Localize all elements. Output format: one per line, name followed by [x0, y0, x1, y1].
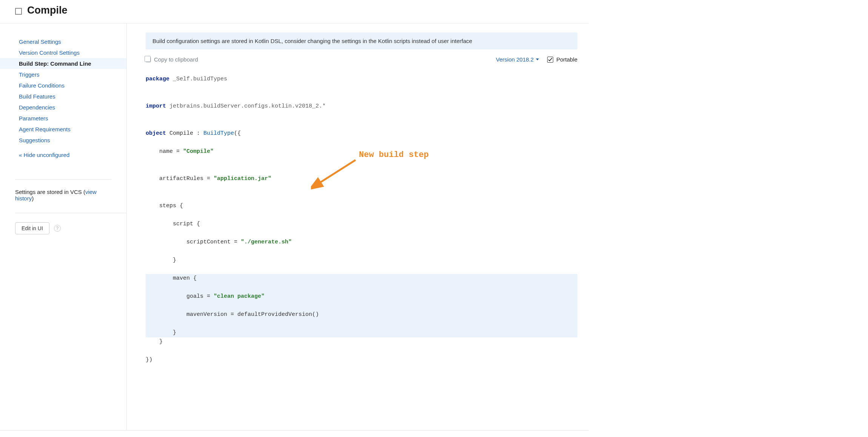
code-build-type: BuildType	[203, 130, 234, 137]
code-artifact-prefix: artifactRules =	[146, 175, 214, 182]
copy-icon	[146, 57, 151, 62]
code-artifact-value: "application.jar"	[214, 175, 271, 182]
code-toolbar: Copy to clipboard Version 2018.2 Portabl…	[146, 56, 577, 63]
vcs-note-text-prefix: Settings are stored in VCS (	[15, 189, 85, 195]
code-maven-goals-prefix: goals =	[146, 293, 214, 300]
code-kw-object: object	[146, 130, 166, 137]
hide-unconfigured-link[interactable]: « Hide unconfigured	[0, 149, 126, 160]
settings-nav: General Settings Version Control Setting…	[0, 36, 126, 160]
code-steps-open: steps {	[146, 202, 577, 211]
code-name-prefix: name =	[146, 148, 183, 155]
sidebar-item-agent-requirements[interactable]: Agent Requirements	[0, 124, 126, 135]
portable-toggle[interactable]: Portable	[547, 56, 577, 63]
page-footer: ? Help Feedback TeamCity Professional 20…	[0, 431, 589, 437]
vcs-storage-note: Settings are stored in VCS (view history…	[15, 179, 111, 202]
code-steps-close: }	[146, 337, 577, 346]
help-icon[interactable]: ?	[54, 225, 61, 232]
chevron-down-icon	[536, 58, 539, 60]
code-script-close: }	[146, 256, 577, 265]
new-build-step-highlight: maven { goals = "clean package" mavenVer…	[146, 274, 577, 337]
code-script-content-prefix: scriptContent =	[146, 239, 241, 245]
sidebar-item-suggestions[interactable]: Suggestions	[0, 135, 126, 146]
build-config-icon	[15, 8, 22, 15]
edit-in-ui-button[interactable]: Edit in UI	[15, 222, 49, 234]
code-object-name: Compile :	[166, 130, 203, 137]
sidebar-item-dependencies[interactable]: Dependencies	[0, 102, 126, 113]
page-header: Compile	[0, 0, 589, 23]
code-script-open: script {	[146, 220, 577, 229]
page-title: Compile	[27, 5, 68, 16]
copy-label: Copy to clipboard	[154, 56, 198, 63]
code-maven-close: }	[146, 328, 577, 337]
dsl-banner: Build configuration settings are stored …	[146, 32, 577, 49]
code-kw-import: import	[146, 103, 166, 109]
code-open: ({	[234, 130, 241, 137]
code-name-value: "Compile"	[183, 148, 214, 155]
dsl-version-dropdown[interactable]: Version 2018.2	[496, 56, 539, 63]
code-package-name: _Self.buildTypes	[169, 76, 227, 82]
sidebar-item-triggers[interactable]: Triggers	[0, 69, 126, 80]
main-content: Build configuration settings are stored …	[127, 23, 589, 430]
sidebar-item-failure-conditions[interactable]: Failure Conditions	[0, 80, 126, 91]
sidebar-item-general-settings[interactable]: General Settings	[0, 36, 126, 47]
code-maven-goals-value: "clean package"	[214, 293, 265, 300]
sidebar-item-build-step[interactable]: Build Step: Command Line	[0, 58, 126, 69]
portable-label: Portable	[556, 56, 577, 63]
code-maven-open: maven {	[146, 274, 577, 283]
vcs-note-text-suffix: )	[32, 195, 34, 202]
code-import-path: jetbrains.buildServer.configs.kotlin.v20…	[166, 103, 326, 109]
sidebar-item-parameters[interactable]: Parameters	[0, 113, 126, 124]
settings-sidebar: General Settings Version Control Setting…	[0, 23, 127, 430]
version-label: Version 2018.2	[496, 56, 534, 63]
sidebar-item-vcs-settings[interactable]: Version Control Settings	[0, 47, 126, 58]
checkbox-checked-icon	[547, 57, 553, 63]
code-object-close: })	[146, 355, 577, 365]
code-script-content-value: "./generate.sh"	[241, 239, 292, 245]
kotlin-dsl-code: package _Self.buildTypes import jetbrain…	[146, 66, 577, 419]
copy-to-clipboard-button[interactable]: Copy to clipboard	[146, 56, 198, 63]
code-maven-version: mavenVersion = defaultProvidedVersion()	[146, 310, 577, 319]
code-kw-package: package	[146, 76, 169, 82]
sidebar-item-build-features[interactable]: Build Features	[0, 91, 126, 102]
